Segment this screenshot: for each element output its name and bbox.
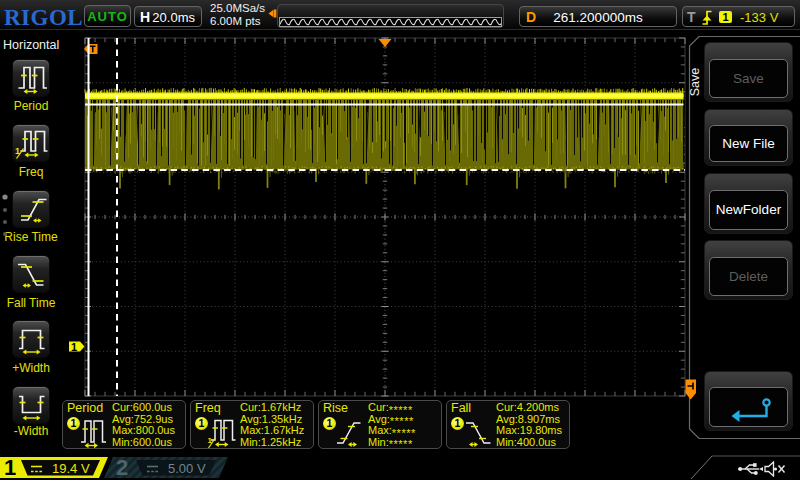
svg-text:1: 1: [71, 341, 77, 353]
